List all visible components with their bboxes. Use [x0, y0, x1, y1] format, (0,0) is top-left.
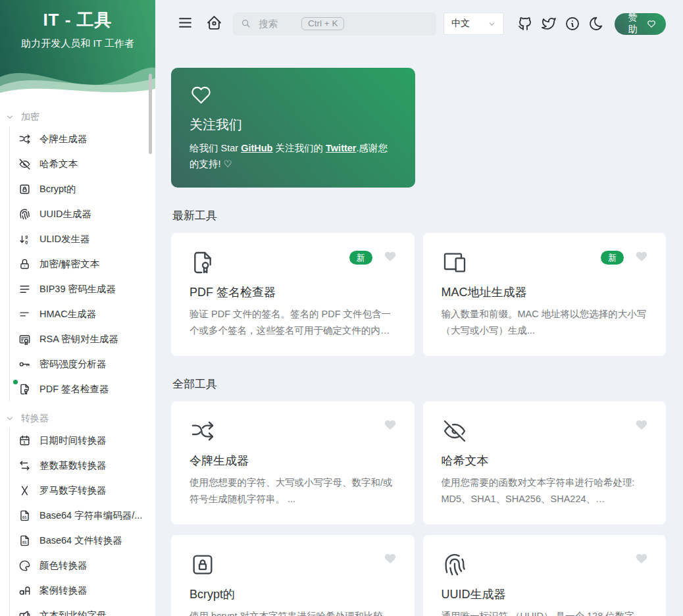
favorite-heart-icon[interactable]: [383, 249, 397, 264]
sidebar-item[interactable]: 颜色转换器: [10, 553, 149, 578]
sidebar-item[interactable]: RSA 密钥对生成器: [10, 326, 149, 351]
search-input[interactable]: [257, 18, 295, 30]
favorite-heart-icon[interactable]: [634, 249, 649, 264]
password-strength-icon: [18, 358, 31, 371]
info-button[interactable]: [563, 14, 582, 34]
svg-text:0: 0: [25, 240, 28, 245]
banner-text-part: 关注我们的: [272, 143, 326, 153]
sidebar-section-label: 转换器: [21, 413, 49, 424]
wave-decoration: [0, 60, 155, 98]
twitter-icon: [541, 16, 557, 32]
home-icon: [206, 14, 222, 33]
sidebar-item[interactable]: 90 ULID发生器: [10, 226, 149, 251]
sidebar-item-label: UUID生成器: [39, 208, 91, 220]
sidebar-item[interactable]: 01 Base64 字符串编码器/...: [10, 503, 149, 528]
tool-card-title: PDF 签名检查器: [190, 284, 396, 300]
letter-case-icon: [18, 584, 31, 597]
svg-text:9: 9: [25, 234, 28, 240]
sponsor-button-label: 赞助: [624, 12, 642, 36]
tool-card[interactable]: UUID生成器 通用唯一标识符 （UUID） 是一个 128 位数字，用于识别计…: [423, 535, 667, 616]
tool-card-description: 通用唯一标识符 （UUID） 是一个 128 位数字，用于识别计算机系统中的信息…: [442, 608, 648, 616]
sponsor-button[interactable]: 赞助: [615, 13, 666, 35]
sidebar-item[interactable]: UUID生成器: [10, 201, 149, 226]
search-box[interactable]: Ctrl + K: [233, 13, 436, 36]
sidebar-header: IT - 工具 助力开发人员和 IT 工作者: [0, 0, 155, 97]
sidebar-item-label: 颜色转换器: [39, 559, 88, 572]
tools-section: 最新工具 新 PDF 签名检查器 验证 PDF 文件的签名。签名的 PDF 文件…: [171, 208, 666, 356]
sidebar-item-label: 整数基数转换器: [39, 459, 107, 472]
banner-link[interactable]: GitHub: [241, 143, 272, 153]
tool-card[interactable]: 新 MAC地址生成器 输入数量和前缀。MAC 地址将以您选择的大小写（大写或小写…: [423, 233, 667, 356]
sidebar-item[interactable]: 令牌生成器: [10, 126, 149, 151]
sidebar-item[interactable]: 哈希文本: [10, 151, 149, 176]
sidebar-item[interactable]: 文本到北约字母: [10, 603, 149, 616]
sidebar-item[interactable]: BIP39 密码生成器: [10, 276, 149, 301]
tool-card[interactable]: 新 PDF 签名检查器 验证 PDF 文件的签名。签名的 PDF 文件包含一个或…: [171, 233, 415, 356]
main-content: Ctrl + K 中文 赞助 关注我们 给我们 Star GitHub 关注我们…: [155, 0, 683, 616]
calendar-icon: 1: [18, 434, 31, 447]
follow-us-banner[interactable]: 关注我们 给我们 Star GitHub 关注我们的 Twitter.感谢您的支…: [171, 68, 415, 188]
sidebar-item[interactable]: PDF 签名检查器: [10, 376, 149, 401]
eye-off-icon: [442, 418, 648, 444]
sidebar-item-label: Base64 字符串编码器/...: [39, 509, 142, 522]
sidebar-item[interactable]: HMAC生成器: [10, 301, 149, 326]
sidebar-item-label: BIP39 密码生成器: [39, 283, 116, 295]
sidebar-item[interactable]: Bcrypt的: [10, 176, 149, 201]
sidebar-item-label: Bcrypt的: [39, 183, 76, 195]
topbar-icon-buttons: [515, 14, 606, 34]
sidebar-item-label: 日期时间转换器: [39, 434, 107, 447]
sidebar-item[interactable]: 整数基数转换器: [10, 453, 149, 478]
tool-card[interactable]: 哈希文本 使用您需要的函数对文本字符串进行哈希处理: MD5、SHA1、SHA2…: [423, 401, 667, 525]
search-shortcut-kbd: Ctrl + K: [301, 17, 344, 30]
tools-section: 全部工具 令牌生成器 使用您想要的字符、大写或小写字母、数字和/或符号生成随机字…: [171, 376, 666, 616]
sidebar-item-label: 密码强度分析器: [39, 358, 107, 371]
home-button[interactable]: [204, 13, 224, 35]
sidebar-section-header[interactable]: 转换器: [5, 409, 149, 428]
sidebar-scrollbar[interactable]: [149, 74, 152, 154]
banner-text: 给我们 Star GitHub 关注我们的 Twitter.感谢您的支持! ♡: [190, 140, 397, 172]
twitter-button[interactable]: [539, 14, 559, 34]
svg-text:01: 01: [22, 540, 27, 544]
sidebar-section-items: 令牌生成器 哈希文本 Bcrypt的 UUID生成器 90 ULID发生器 加密…: [9, 126, 149, 401]
app-subtitle: 助力开发人员和 IT 工作者: [0, 38, 155, 50]
tool-card-description: 使用您想要的字符、大写或小写字母、数字和/或符号生成随机字符串。 ...: [190, 475, 396, 508]
eye-off-icon: [18, 158, 31, 170]
new-badge: 新: [601, 251, 624, 265]
sidebar-section: 加密 令牌生成器 哈希文本 Bcrypt的 UUID生成器 90 ULID发生器…: [5, 108, 149, 401]
sidebar-section-header[interactable]: 加密: [5, 108, 149, 126]
menu-button[interactable]: [175, 13, 195, 35]
language-select-value: 中文: [451, 18, 470, 30]
language-select[interactable]: 中文: [443, 13, 503, 35]
tool-card-title: 哈希文本: [442, 453, 648, 469]
sidebar-item-label: 案例转换器: [39, 584, 88, 597]
file-certificate-icon: [18, 383, 31, 396]
favorite-heart-icon[interactable]: [383, 552, 397, 566]
tool-card-title: 令牌生成器: [190, 453, 396, 469]
github-button[interactable]: [515, 14, 535, 34]
svg-text:1: 1: [23, 440, 26, 444]
certificate-icon: [18, 333, 31, 346]
sidebar-item[interactable]: 密码强度分析器: [10, 351, 149, 376]
sidebar-item[interactable]: 加密/解密文本: [10, 251, 149, 276]
lock-icon: [18, 258, 31, 270]
arrows-shuffle-icon: [18, 133, 31, 145]
favorite-heart-icon[interactable]: [383, 418, 397, 432]
favorite-heart-icon[interactable]: [634, 418, 649, 432]
sidebar-section: 转换器 1 日期时间转换器 整数基数转换器 罗马数字转换器 01 Base64 …: [5, 409, 149, 616]
sidebar-item[interactable]: 1 日期时间转换器: [10, 428, 149, 453]
banner-link[interactable]: Twitter: [326, 143, 356, 153]
menu-icon: [177, 14, 193, 33]
sidebar-item[interactable]: 罗马数字转换器: [10, 478, 149, 503]
sidebar-item-label: 哈希文本: [39, 158, 78, 170]
favorite-heart-icon[interactable]: [634, 552, 649, 566]
svg-text:01: 01: [22, 515, 27, 519]
sidebar-item[interactable]: 案例转换器: [10, 578, 149, 603]
sidebar-item[interactable]: 01 Base64 文件转换器: [10, 528, 149, 553]
sidebar-item-label: 文本到北约字母: [39, 609, 107, 616]
tool-card[interactable]: Bcrypt的 使用 bcrypt 对文本字符串进行哈希处理和比较。Bcrypt…: [171, 535, 415, 616]
speakerphone-icon: [18, 609, 31, 616]
tool-card[interactable]: 令牌生成器 使用您想要的字符、大写或小写字母、数字和/或符号生成随机字符串。 .…: [171, 401, 415, 525]
moon-button[interactable]: [586, 14, 606, 34]
banner-text-part: ♡: [224, 159, 232, 169]
tool-sections: 最新工具 新 PDF 签名检查器 验证 PDF 文件的签名。签名的 PDF 文件…: [171, 208, 666, 616]
